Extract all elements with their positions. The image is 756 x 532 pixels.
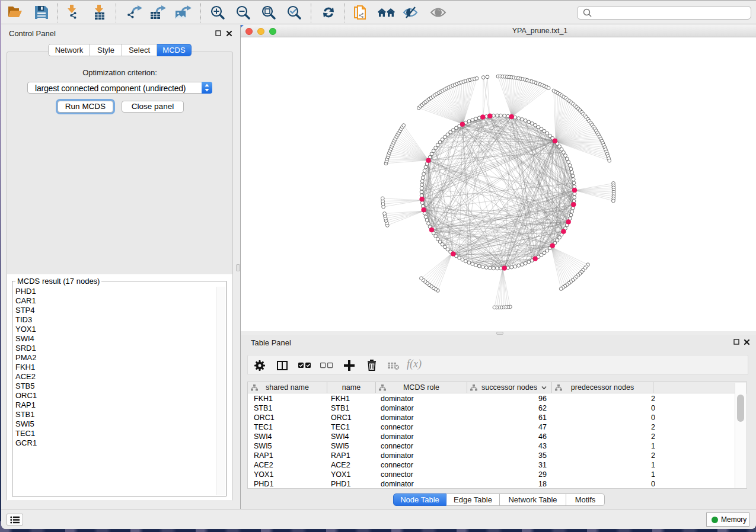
svg-text:f(x): f(x): [407, 358, 422, 370]
